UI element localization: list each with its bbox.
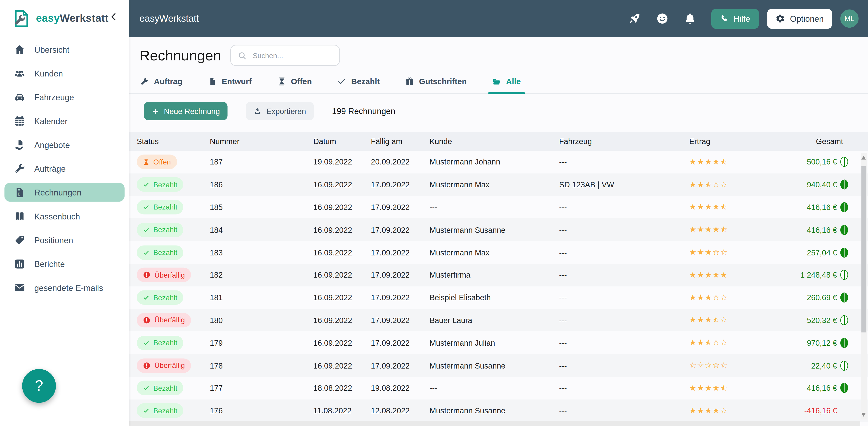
star-full-icon: ★: [697, 248, 705, 257]
star-full-icon: ★: [697, 293, 705, 303]
paid-indicator-icon[interactable]: [840, 338, 848, 348]
check-icon: [143, 249, 149, 256]
star-full-icon: ★: [712, 383, 720, 393]
rating-stars[interactable]: ★★★★☆★: [689, 225, 792, 235]
tab-entwurf[interactable]: Entwurf: [208, 69, 252, 93]
cell-fahrzeug: ---: [559, 248, 689, 257]
amount: 940,40 €: [807, 180, 837, 189]
cell-datum: 16.09.2022: [313, 203, 371, 211]
paid-indicator-icon[interactable]: [840, 360, 848, 370]
star-half-icon: ☆★: [720, 225, 728, 235]
help-fab-button[interactable]: ?: [22, 369, 56, 403]
check-icon: [337, 77, 346, 86]
sidebar-item-angebote[interactable]: Angebote: [4, 135, 125, 154]
rating-stars[interactable]: ★★☆★☆☆: [689, 338, 792, 348]
star-full-icon: ★: [689, 180, 697, 189]
star-empty-icon: ☆: [720, 338, 728, 348]
horizontal-scrollbar[interactable]: [129, 421, 860, 426]
search-input[interactable]: [252, 51, 333, 60]
scroll-up-arrow-icon[interactable]: [862, 155, 866, 160]
tab-gutschriften[interactable]: Gutschriften: [405, 69, 467, 93]
help-button[interactable]: Hilfe: [711, 8, 759, 29]
invoice-row-184[interactable]: Bezahlt 184 16.09.2022 17.09.2022 Muster…: [129, 219, 868, 241]
user-avatar[interactable]: ML: [840, 9, 859, 28]
cell-gesamt: 416,16 €: [792, 202, 868, 212]
export-button[interactable]: Exportieren: [246, 102, 314, 120]
sidebar: easyWerkstatt Übersicht Kunden Fahrzeuge…: [0, 0, 129, 426]
paid-indicator-icon[interactable]: [840, 292, 848, 303]
cell-fahrzeug: ---: [559, 338, 689, 347]
cell-fahrzeug: ---: [559, 361, 689, 370]
invoice-row-179[interactable]: Bezahlt 179 16.09.2022 17.09.2022 Muster…: [129, 332, 868, 354]
invoice-row-185[interactable]: Bezahlt 185 16.09.2022 17.09.2022 --- --…: [129, 196, 868, 219]
sidebar-item-kunden[interactable]: Kunden: [4, 64, 125, 83]
rating-stars[interactable]: ★★☆★☆☆: [689, 180, 792, 189]
cell-nummer: 182: [210, 271, 313, 279]
vertical-scrollbar[interactable]: [861, 153, 867, 420]
invoice-row-176[interactable]: Bezahlt 176 11.08.2022 12.08.2022 Muster…: [129, 399, 868, 422]
paid-indicator-icon[interactable]: [840, 270, 848, 280]
tab-auftrag[interactable]: Auftrag: [140, 69, 183, 93]
scroll-down-arrow-icon[interactable]: [862, 413, 866, 417]
paid-indicator-icon[interactable]: [840, 383, 848, 393]
cell-kunde: Mustermann Susanne: [430, 361, 559, 370]
col-status: Status: [137, 137, 210, 146]
collapse-sidebar-button[interactable]: [108, 11, 121, 25]
sidebar-item-auftraege[interactable]: Aufträge: [4, 159, 125, 178]
sidebar-item-fahrzeuge[interactable]: Fahrzeuge: [4, 88, 125, 106]
rating-stars[interactable]: ★★★☆☆: [689, 248, 792, 257]
cell-faellig-am: 17.09.2022: [371, 293, 430, 302]
tab-bezahlt[interactable]: Bezahlt: [337, 69, 380, 93]
invoice-row-180[interactable]: Überfällig 180 16.09.2022 17.09.2022 Bau…: [129, 309, 868, 332]
cell-faellig-am: 17.09.2022: [371, 203, 430, 211]
paid-indicator-icon[interactable]: [840, 202, 848, 212]
rating-stars[interactable]: ★★★★☆: [689, 406, 792, 415]
smiley-icon[interactable]: [656, 12, 669, 25]
document-icon: [208, 77, 217, 86]
sidebar-item-kalender[interactable]: Kalender: [4, 111, 125, 130]
paid-indicator-icon[interactable]: [840, 157, 848, 167]
invoice-row-182[interactable]: Überfällig 182 16.09.2022 17.09.2022 Mus…: [129, 264, 868, 286]
options-button[interactable]: Optionen: [767, 8, 832, 29]
star-full-icon: ★: [697, 225, 705, 235]
paid-indicator-icon[interactable]: [840, 225, 848, 235]
invoice-row-187[interactable]: Offen 187 19.09.2022 20.09.2022 Musterma…: [129, 151, 868, 173]
paid-indicator-icon[interactable]: [840, 248, 848, 257]
new-invoice-button[interactable]: Neue Rechnung: [144, 102, 228, 120]
rocket-icon[interactable]: [628, 12, 641, 25]
cell-gesamt: 260,69 €: [792, 292, 868, 303]
star-full-icon: ★: [697, 202, 705, 212]
invoice-row-181[interactable]: Bezahlt 181 16.09.2022 17.09.2022 Beispi…: [129, 286, 868, 309]
rating-stars[interactable]: ★★★★☆★: [689, 202, 792, 212]
tab-offen[interactable]: Offen: [277, 69, 312, 93]
paid-indicator-icon[interactable]: [840, 315, 848, 325]
invoice-row-177[interactable]: Bezahlt 177 18.08.2022 19.08.2022 --- --…: [129, 377, 868, 399]
bell-icon[interactable]: [684, 12, 696, 25]
logo-text: easyWerkstatt: [36, 12, 108, 24]
sidebar-item-positionen[interactable]: Positionen: [4, 230, 125, 249]
status-badge: Bezahlt: [137, 381, 184, 395]
sidebar-item-rechnungen[interactable]: € Rechnungen: [4, 183, 125, 202]
rating-stars[interactable]: ★★★☆☆: [689, 293, 792, 303]
sidebar-item-kassenbuch[interactable]: Kassenbuch: [4, 206, 125, 225]
star-empty-icon: ☆: [712, 180, 720, 189]
sidebar-item-berichte[interactable]: Berichte: [4, 254, 125, 273]
paid-indicator-icon[interactable]: [840, 180, 848, 190]
cell-nummer: 180: [210, 316, 313, 325]
rating-stars[interactable]: ★★★★★: [689, 271, 792, 280]
rating-stars[interactable]: ★★★★☆★: [689, 383, 792, 393]
tab-alle[interactable]: Alle: [492, 69, 521, 93]
rating-stars[interactable]: ★★★☆★☆: [689, 316, 792, 325]
star-empty-icon: ☆: [720, 316, 728, 325]
invoice-row-183[interactable]: Bezahlt 183 16.09.2022 17.09.2022 Muster…: [129, 241, 868, 264]
vertical-scrollbar-thumb[interactable]: [862, 166, 866, 333]
sidebar-item-gesendete-e-mails[interactable]: gesendete E-mails: [4, 278, 125, 297]
cell-fahrzeug: ---: [559, 158, 689, 166]
sidebar-item-uebersicht[interactable]: Übersicht: [4, 40, 125, 59]
invoice-row-186[interactable]: Bezahlt 186 16.09.2022 17.09.2022 Muster…: [129, 173, 868, 196]
cell-status: Bezahlt: [137, 245, 210, 260]
invoice-row-178[interactable]: Überfällig 178 16.09.2022 17.09.2022 Mus…: [129, 354, 868, 377]
rating-stars[interactable]: ☆☆☆☆☆: [689, 361, 792, 370]
cell-gesamt: 22,40 €: [792, 360, 868, 370]
rating-stars[interactable]: ★★★★☆★: [689, 157, 792, 167]
